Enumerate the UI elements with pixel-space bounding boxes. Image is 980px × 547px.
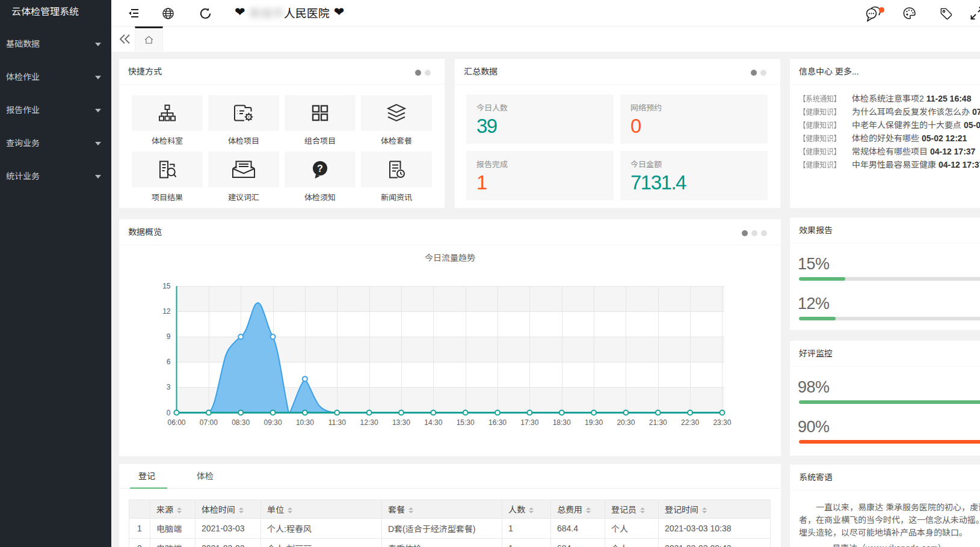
svg-text:22:30: 22:30 bbox=[681, 418, 699, 427]
svg-text:23:30: 23:30 bbox=[713, 418, 731, 427]
svg-text:21:30: 21:30 bbox=[649, 418, 667, 427]
svg-text:17:30: 17:30 bbox=[520, 418, 538, 427]
svg-text:16:30: 16:30 bbox=[488, 418, 507, 427]
svg-text:15: 15 bbox=[162, 282, 171, 290]
svg-text:15:30: 15:30 bbox=[457, 418, 475, 427]
svg-text:12:30: 12:30 bbox=[360, 418, 378, 427]
svg-text:9: 9 bbox=[167, 332, 171, 341]
svg-text:12: 12 bbox=[162, 307, 171, 316]
svg-text:3: 3 bbox=[167, 383, 171, 391]
svg-text:14:30: 14:30 bbox=[424, 418, 442, 427]
svg-text:08:30: 08:30 bbox=[232, 418, 250, 427]
svg-text:?: ? bbox=[317, 163, 323, 174]
svg-text:6: 6 bbox=[167, 358, 171, 366]
svg-text:20:30: 20:30 bbox=[617, 418, 635, 427]
svg-text:06:00: 06:00 bbox=[167, 418, 185, 427]
svg-text:今日流量趋势: 今日流量趋势 bbox=[425, 253, 475, 263]
svg-text:13:30: 13:30 bbox=[392, 418, 410, 427]
svg-text:0: 0 bbox=[167, 409, 171, 417]
svg-text:09:30: 09:30 bbox=[264, 418, 282, 427]
svg-text:19:30: 19:30 bbox=[585, 418, 603, 427]
svg-text:11:30: 11:30 bbox=[328, 418, 346, 427]
svg-text:10:30: 10:30 bbox=[296, 418, 314, 427]
svg-text:18:30: 18:30 bbox=[553, 418, 571, 427]
svg-text:07:00: 07:00 bbox=[200, 418, 218, 427]
